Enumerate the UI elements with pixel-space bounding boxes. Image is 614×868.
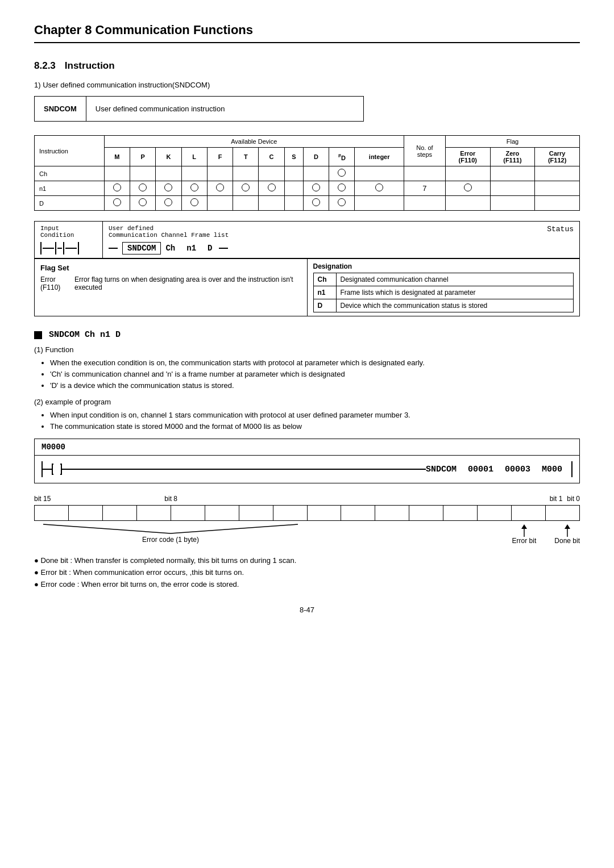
- ladder-operand2: 00003: [505, 465, 530, 474]
- desg-key-ch: Ch: [313, 273, 336, 286]
- footer-bullet-3: ● Error code : When error bit turns on, …: [34, 580, 580, 589]
- circle-d-k: [164, 198, 172, 206]
- bit-cell-1: [511, 505, 545, 521]
- bit-cell-13: [102, 505, 136, 521]
- bit-cell-3: [443, 505, 477, 521]
- bit-brace-area: Error code (1 byte) Error bit: [34, 523, 580, 545]
- bit-diagram: bit 15 bit 8 bit 1 bit 0 Error code (1 b…: [34, 495, 580, 545]
- circle-n1-k: [164, 183, 172, 191]
- input-condition-label: InputCondition: [40, 225, 97, 239]
- available-device-header: Available Device: [104, 136, 404, 148]
- flag-set-title: Flag Set: [40, 264, 301, 272]
- brace-svg: [34, 523, 307, 536]
- sndcom-box: SNDCOM User defined communication instru…: [34, 96, 364, 122]
- bit15-label: bit 15: [34, 495, 51, 503]
- table-row-n1: n1 7: [35, 181, 580, 196]
- section-title: Instruction: [65, 60, 115, 72]
- example-label: (2) example of program: [34, 398, 580, 406]
- desg-value-ch: Designated communication channel: [336, 273, 574, 286]
- col-m: M: [104, 148, 130, 166]
- ladder-contact-label: M0000: [42, 443, 65, 452]
- bit-cell-8: [273, 505, 307, 521]
- function-bullet-2: 'Ch' is communication channel and 'n' is…: [50, 370, 580, 378]
- chapter-title: Chapter 8 Communication Functions: [34, 23, 580, 43]
- desg-key-n1: n1: [313, 286, 336, 299]
- error-bit-label: Error bit: [512, 537, 537, 545]
- ladder-operand3: M000: [542, 465, 562, 474]
- ladder-top: M0000: [35, 439, 579, 456]
- circle-n1-t: [242, 183, 250, 191]
- bit-label-row: bit 15 bit 8 bit 1 bit 0: [34, 495, 580, 503]
- table-row-ch: Ch: [35, 166, 580, 181]
- black-square-icon: [34, 331, 42, 339]
- circle-ch-numd: [338, 169, 346, 177]
- subsection-label: 1) User defined communication instructio…: [34, 81, 580, 89]
- col-t: T: [233, 148, 259, 166]
- bit-cell-6: [341, 505, 375, 521]
- ch-rail-label: Ch: [165, 244, 175, 253]
- flag-set-section: Flag Set Error(F110) Error flag turns on…: [35, 258, 579, 316]
- col-f: F: [207, 148, 233, 166]
- circle-n1-c: [268, 183, 276, 191]
- circle-d-l: [190, 198, 198, 206]
- bit-cell-12: [136, 505, 171, 521]
- bit-arrow-row: Error bit Done bit: [307, 524, 580, 545]
- table-row-d: D: [35, 196, 580, 211]
- ladder-contact: [52, 464, 62, 475]
- bit-cell-2: [477, 505, 511, 521]
- function-bullet-3: 'D' is a device which the communication …: [50, 381, 580, 390]
- function-label: (1) Function: [34, 345, 580, 354]
- designation-title: Designation: [313, 262, 574, 270]
- bit-cell-15: [34, 505, 68, 521]
- bit-cell-14: [68, 505, 102, 521]
- bit8-label: bit 8: [164, 495, 177, 503]
- error-bit-arrow-svg: [516, 524, 533, 537]
- svg-marker-3: [565, 524, 570, 529]
- flag-detail-row: Error(F110) Error flag turns on when des…: [40, 276, 301, 291]
- flag-header: Flag: [445, 136, 579, 148]
- col-l: L: [181, 148, 207, 166]
- function-bullets: When the execution condition is on, the …: [34, 358, 580, 390]
- footer-bullet-2: ● Error bit : When communication error o…: [34, 568, 580, 577]
- example-bullet-1: When input condition is on, channel 1 st…: [50, 411, 580, 419]
- flag-set-right: Designation Ch Designated communication …: [308, 259, 580, 316]
- no-of-steps-header: No. ofsteps: [404, 136, 445, 166]
- function-bullet-1: When the execution condition is on, the …: [50, 358, 580, 367]
- sndcom-description: User defined communication instruction: [86, 97, 234, 121]
- desg-value-n1: Frame lists which is designated at param…: [336, 286, 574, 299]
- done-bit-arrow-svg: [559, 524, 576, 537]
- example-bullets: When input condition is on, channel 1 st…: [34, 411, 580, 431]
- command-title-text: SNDCOM Ch n1 D: [49, 330, 121, 340]
- example-section: (2) example of program When input condit…: [34, 398, 580, 431]
- col-p: P: [130, 148, 156, 166]
- error-code-label: Error code (1 byte): [142, 536, 199, 544]
- diagram-input-condition: InputCondition: [35, 222, 103, 258]
- circle-n1-f: [216, 183, 224, 191]
- sndcom-command-title: SNDCOM Ch n1 D: [34, 330, 580, 340]
- d-rail-label: D: [208, 244, 212, 253]
- diagram-box: InputCondition User definedCommunication…: [34, 221, 580, 316]
- circle-d-d: [312, 198, 320, 206]
- bit-arrows-area: Error bit Done bit: [307, 523, 580, 545]
- ladder-h-line-2: [62, 469, 426, 470]
- designation-table: Ch Designated communication channel n1 F…: [313, 273, 574, 312]
- done-bit-label: Done bit: [554, 537, 580, 545]
- designation-row-n1: n1 Frame lists which is designated at pa…: [313, 286, 574, 299]
- footer-bullet-1: ● Done bit : When transfer is completed …: [34, 556, 580, 565]
- bit1-label: bit 1: [550, 495, 563, 503]
- circle-n1-error: [464, 183, 472, 191]
- bit-cell-11: [171, 505, 205, 521]
- done-bit-arrow: Done bit: [554, 524, 580, 545]
- bit-cell-4: [409, 505, 443, 521]
- circle-n1-p: [139, 183, 147, 191]
- bit-cell-7: [307, 505, 341, 521]
- circle-n1-d: [312, 183, 320, 191]
- circle-n1-integer: [375, 183, 383, 191]
- circle-d-p: [139, 198, 147, 206]
- bit-cell-0: [545, 505, 580, 521]
- diagram-top: InputCondition User definedCommunication…: [35, 222, 579, 258]
- col-k: K: [156, 148, 181, 166]
- bit-cell-10: [205, 505, 239, 521]
- user-defined-label: User definedCommunication Channel Frame …: [109, 225, 229, 239]
- ladder-h-line-1: [43, 469, 52, 470]
